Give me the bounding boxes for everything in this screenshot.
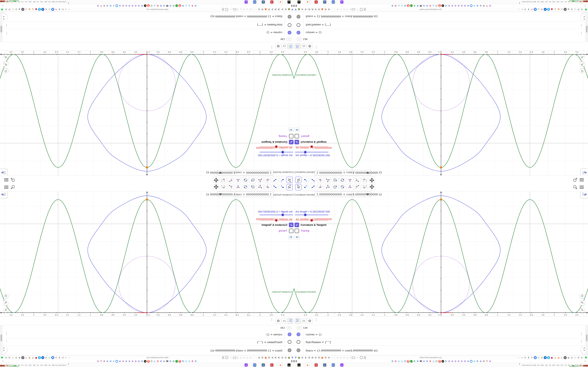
menu-hamburger-icon[interactable] <box>4 185 9 190</box>
bookmark-favicon[interactable]: ◔ <box>274 356 277 359</box>
play-animation-button[interactable] <box>288 235 294 239</box>
tab-favicon[interactable]: G <box>172 360 175 363</box>
visibility-marble-funcnames[interactable] <box>297 23 300 27</box>
algebra-fx-button[interactable]: ƒx <box>282 318 287 324</box>
mini-dot-icon[interactable]: ⊙ <box>236 356 239 359</box>
collapse-chevrons-icon[interactable]: ∧∧ <box>519 2 520 4</box>
extension-icon[interactable]: ⇩ <box>527 356 530 359</box>
extension-icon[interactable]: U <box>21 356 24 359</box>
bookmark-favicon[interactable]: ⊕ <box>281 356 284 359</box>
collapse-list-button[interactable]: − <box>297 326 301 329</box>
tab-favicon[interactable]: ✿ <box>423 360 425 363</box>
extension-icon[interactable]: U <box>564 356 567 359</box>
arc-position-slider-knob[interactable] <box>275 146 277 148</box>
arc-length-slider[interactable] <box>259 152 293 153</box>
tool-slider-button[interactable]: a = 2 <box>361 177 368 183</box>
tool-perpendicular-line-button[interactable] <box>264 184 271 190</box>
tab-favicon[interactable]: ✿ <box>128 5 131 7</box>
curvature-function-dropdown[interactable]: 1.000000000000 + cos(4.000000000000 x) <box>217 170 273 175</box>
tab-favicon[interactable]: ✿ <box>467 5 469 7</box>
mini-dot-icon[interactable]: ⊙ <box>343 356 345 359</box>
taskbar-app-button[interactable]: 64 <box>331 0 335 4</box>
extension-icon[interactable]: ☆ <box>517 356 520 359</box>
tab-favicon[interactable]: ⓘ <box>150 5 153 7</box>
visibility-marble-curves[interactable] <box>288 333 291 336</box>
taskbar-app-button[interactable]: ● <box>244 0 248 4</box>
tab-favicon[interactable]: Я <box>407 360 409 363</box>
tab-favicon[interactable]: ● <box>470 360 473 363</box>
folder-icon[interactable] <box>233 356 236 360</box>
tab-favicon[interactable]: ✿ <box>97 360 99 363</box>
row-kebab-icon[interactable]: ⋮ <box>7 333 8 334</box>
tab-favicon[interactable]: W <box>419 360 422 363</box>
bookmark-favicon[interactable]: ● <box>264 8 267 11</box>
scrollbar-thumb[interactable] <box>586 26 588 33</box>
tool-point-button[interactable]: A <box>303 184 309 190</box>
tab-favicon[interactable]: G <box>476 5 479 7</box>
taskbar-app-button[interactable]: ● <box>340 363 344 367</box>
taskbar-app-button[interactable]: ▂ <box>287 363 291 367</box>
tab-favicon[interactable]: ◍ <box>432 5 435 7</box>
visibility-marble-curves[interactable] <box>297 31 300 34</box>
lock-icon[interactable] <box>222 7 225 11</box>
extension-icon[interactable]: ◍ <box>557 356 560 359</box>
visibility-marble-funcs[interactable] <box>297 15 300 18</box>
tab-favicon[interactable]: ✿ <box>451 360 454 363</box>
tool-move-button[interactable] <box>295 184 302 190</box>
algebra-tree-view-button[interactable] <box>288 318 293 324</box>
taskbar-app-button[interactable]: ● <box>278 0 282 4</box>
search-icon[interactable] <box>10 177 15 182</box>
bookmark-favicon[interactable]: ⚙ <box>268 356 270 359</box>
extension-icon[interactable]: ◉ <box>18 8 21 11</box>
tab-favicon[interactable]: ✿ <box>163 360 165 363</box>
extension-icon[interactable]: ☆ <box>68 8 71 11</box>
bookmark-favicon[interactable]: ⚙ <box>318 8 320 11</box>
tab-favicon[interactable]: ◍ <box>398 360 400 363</box>
arc-position-slider[interactable] <box>295 146 328 147</box>
play-animation-button[interactable] <box>288 128 294 132</box>
tab-favicon[interactable]: ✿ <box>479 5 482 7</box>
bookmark-favicon[interactable]: ⚙ <box>268 8 270 11</box>
extension-icon[interactable]: + <box>41 8 44 11</box>
tab-favicon[interactable]: G <box>169 360 172 363</box>
lock-icon[interactable] <box>222 356 225 360</box>
bookmark-favicon[interactable]: Y <box>291 356 294 359</box>
extension-icon[interactable]: → <box>65 356 68 359</box>
tab-favicon[interactable]: G <box>109 360 112 363</box>
scrollbar-thumb[interactable] <box>0 334 2 341</box>
curvature-tangent-checkbox[interactable]: ✓ <box>289 140 294 144</box>
tab-favicon[interactable]: f <box>100 5 102 7</box>
chevron-up-icon[interactable]: ∧ <box>2 360 3 362</box>
tab-favicon[interactable]: ◍ <box>432 360 435 363</box>
arc-position-slider-knob[interactable] <box>311 219 313 221</box>
taskbar-app-button[interactable]: ✽ <box>270 363 274 367</box>
collapse-chevrons-icon[interactable]: ∧∧ <box>68 2 69 4</box>
bookmark-favicon[interactable]: ⊕ <box>271 8 274 11</box>
mini-dot-icon[interactable]: ⊙ <box>337 8 339 11</box>
shield-icon[interactable] <box>225 356 228 360</box>
extension-icon[interactable]: ⚒ <box>577 356 580 359</box>
graphics-view[interactable]: -2.4-2.2-2-1.8-1.6-1.4-1.2-1-0.8-0.6-0.4… <box>294 191 588 316</box>
graphics-stylebar-toggle[interactable] <box>0 169 7 176</box>
taskbar-app-button[interactable]: ● <box>306 0 310 4</box>
extension-icon[interactable]: ◉ <box>567 356 570 359</box>
tool-perpendicular-line-button[interactable] <box>317 184 324 190</box>
arc-position-slider[interactable] <box>260 146 293 147</box>
extension-icon[interactable]: ⚙ <box>580 356 583 359</box>
row-kebab-icon[interactable]: ⋮ <box>580 341 581 342</box>
tab-favicon[interactable]: f <box>486 360 488 363</box>
bookmark-favicon[interactable]: Y <box>294 8 297 11</box>
bookmark-favicon[interactable]: ▢ <box>331 8 334 11</box>
extension-icon[interactable]: ● <box>35 8 38 11</box>
algebra-row-funcnames[interactable] <box>294 338 588 346</box>
tab-favicon[interactable]: G <box>404 5 406 7</box>
extension-icon[interactable]: ⇩ <box>527 8 530 11</box>
tab-favicon[interactable]: ✿ <box>460 360 463 363</box>
tab-favicon[interactable]: ✿ <box>131 360 134 363</box>
mini-dot-icon[interactable]: ○ <box>240 8 242 11</box>
graph-canvas[interactable]: -2.4-2.2-2-1.8-1.6-1.4-1.2-1-0.8-0.6-0.4… <box>294 191 588 316</box>
folder-icon[interactable] <box>352 356 355 360</box>
taskbar-app-button[interactable]: ✽ <box>314 0 318 4</box>
tool-move-view-button[interactable] <box>369 184 375 190</box>
mini-dot-icon[interactable]: ○ <box>346 356 348 359</box>
